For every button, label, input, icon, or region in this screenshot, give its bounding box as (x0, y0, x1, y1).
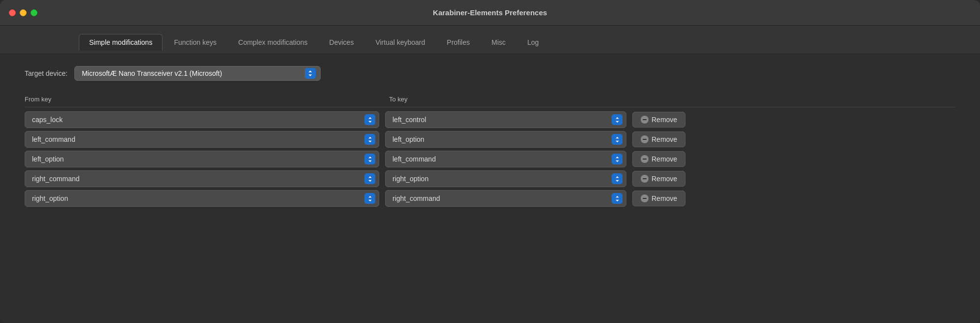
remove-button-2[interactable]: Remove (632, 151, 686, 167)
tab-virtual-keyboard[interactable]: Virtual keyboard (365, 34, 435, 51)
from-key-select-1[interactable]: left_command (25, 131, 379, 148)
to-key-select-1[interactable]: left_option (385, 131, 626, 148)
remove-button-3[interactable]: Remove (632, 171, 686, 187)
to-key-select-4[interactable]: right_command (385, 190, 626, 207)
main-window: Karabiner-Elements Preferences Simple mo… (0, 0, 980, 323)
from-key-select-0[interactable]: caps_lock (25, 111, 379, 128)
device-select[interactable]: MicrosoftÆ Nano Transceiver v2.1 (Micros… (74, 66, 321, 81)
from-key-select-4[interactable]: right_option (25, 190, 379, 207)
window-title: Karabiner-Elements Preferences (433, 8, 547, 17)
tab-devices[interactable]: Devices (319, 34, 364, 51)
remove-label-4: Remove (652, 194, 677, 202)
close-button[interactable] (9, 9, 16, 16)
to-key-select-3[interactable]: right_option (385, 170, 626, 187)
from-select-wrapper-3: right_command (25, 170, 379, 187)
remove-button-0[interactable]: Remove (632, 112, 686, 128)
remove-label-3: Remove (652, 175, 677, 183)
to-select-wrapper-0: left_control (385, 111, 626, 128)
remove-icon-3 (641, 175, 649, 183)
from-key-header: From key (25, 96, 389, 103)
titlebar: Karabiner-Elements Preferences (0, 0, 980, 26)
mapping-table: From key To key caps_lock (25, 93, 955, 313)
remove-icon-0 (641, 116, 649, 124)
to-select-wrapper-3: right_option (385, 170, 626, 187)
tab-log[interactable]: Log (517, 34, 549, 51)
tab-bar: Simple modifications Function keys Compl… (0, 26, 980, 54)
table-row: left_option left_command (25, 151, 955, 167)
device-select-wrapper: MicrosoftÆ Nano Transceiver v2.1 (Micros… (74, 66, 321, 81)
from-key-select-2[interactable]: left_option (25, 151, 379, 167)
mapping-rows: caps_lock left_control (25, 111, 955, 207)
table-header: From key To key (25, 93, 955, 107)
tab-misc[interactable]: Misc (481, 34, 516, 51)
minimize-button[interactable] (20, 9, 27, 16)
remove-icon-2 (641, 155, 649, 163)
maximize-button[interactable] (31, 9, 37, 16)
remove-label-0: Remove (652, 116, 677, 124)
to-select-wrapper-2: left_command (385, 151, 626, 167)
from-key-select-3[interactable]: right_command (25, 170, 379, 187)
remove-button-4[interactable]: Remove (632, 191, 686, 206)
table-row: left_command left_option (25, 131, 955, 148)
to-select-wrapper-4: right_command (385, 190, 626, 207)
to-key-select-0[interactable]: left_control (385, 111, 626, 128)
remove-button-1[interactable]: Remove (632, 131, 686, 147)
tab-profiles[interactable]: Profiles (436, 34, 480, 51)
main-content: Target device: MicrosoftÆ Nano Transceiv… (0, 54, 980, 323)
remove-icon-4 (641, 194, 649, 202)
tab-complex-modifications[interactable]: Complex modifications (228, 34, 318, 51)
to-key-select-2[interactable]: left_command (385, 151, 626, 167)
from-select-wrapper-1: left_command (25, 131, 379, 148)
to-select-wrapper-1: left_option (385, 131, 626, 148)
from-select-wrapper-4: right_option (25, 190, 379, 207)
to-key-header: To key (389, 96, 955, 103)
tab-simple-modifications[interactable]: Simple modifications (79, 34, 163, 51)
table-row: right_command right_option (25, 170, 955, 187)
target-device-label: Target device: (25, 69, 67, 77)
remove-label-1: Remove (652, 135, 677, 143)
remove-label-2: Remove (652, 155, 677, 163)
from-select-wrapper-0: caps_lock (25, 111, 379, 128)
table-row: right_option right_command (25, 190, 955, 207)
from-select-wrapper-2: left_option (25, 151, 379, 167)
traffic-lights (9, 9, 37, 16)
tab-function-keys[interactable]: Function keys (163, 34, 227, 51)
table-row: caps_lock left_control (25, 111, 955, 128)
target-device-row: Target device: MicrosoftÆ Nano Transceiv… (25, 64, 955, 85)
remove-icon-1 (641, 135, 649, 143)
